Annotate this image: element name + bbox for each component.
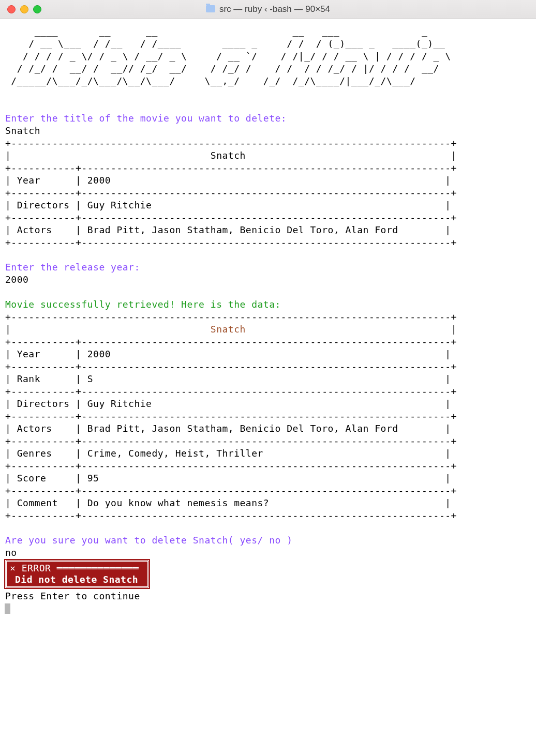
prompt-delete-title: Enter the title of the movie you want to… [5,113,287,124]
confirm-input: no [5,547,17,558]
window-title: src — ruby ‹ -bash — 90×54 [0,4,536,14]
continue-prompt: Press Enter to continue [5,591,140,601]
window-titlebar: src — ruby ‹ -bash — 90×54 [0,0,536,19]
prompt-release-year: Enter the release year: [5,262,140,273]
table1: +---------------------------------------… [5,138,457,248]
window-title-text: src — ruby ‹ -bash — 90×54 [219,4,330,14]
input-title: Snatch [5,125,40,136]
error-box: × ERROR ══════════════ Did not delete Sn… [5,574,149,585]
table2: +---------------------------------------… [5,311,457,521]
confirm-prompt: Are you sure you want to delete Snatch( … [5,535,293,546]
terminal-output[interactable]: ____ __ __ __ ___ _ / __ \___ / /__ / /_… [0,19,536,615]
success-message: Movie successfully retrieved! Here is th… [5,299,281,310]
folder-icon [206,5,215,12]
ascii-art: ____ __ __ __ ___ _ / __ \___ / /__ / /_… [5,26,451,86]
input-year: 2000 [5,274,28,285]
cursor-icon [5,603,10,614]
